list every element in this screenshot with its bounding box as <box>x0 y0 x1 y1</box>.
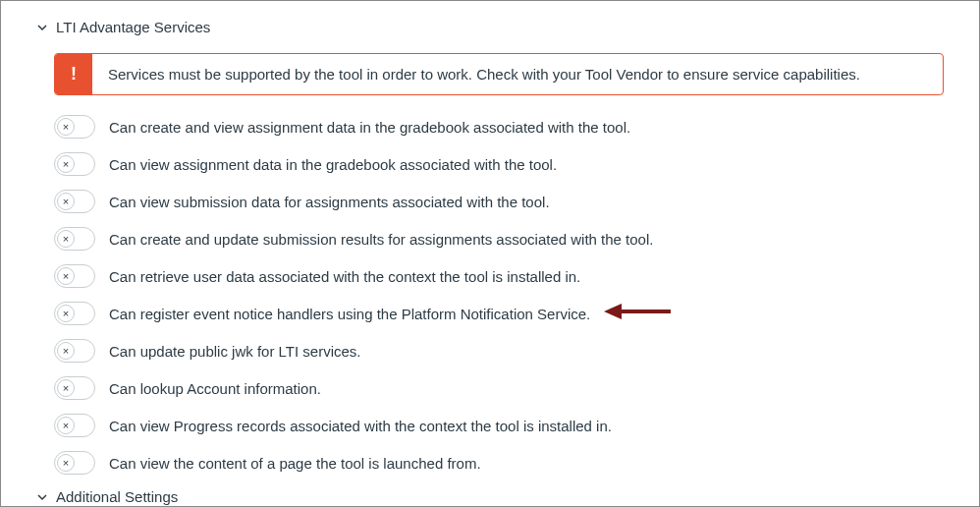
service-list: ×Can create and view assignment data in … <box>54 115 944 475</box>
chevron-down-icon <box>36 491 48 503</box>
service-label: Can view the content of a page the tool … <box>109 455 481 472</box>
service-label: Can retrieve user data associated with t… <box>109 268 580 285</box>
service-label: Can update public jwk for LTI services. <box>109 343 361 360</box>
service-row: ×Can view assignment data in the gradebo… <box>54 152 944 176</box>
service-row: ×Can view Progress records associated wi… <box>54 414 944 437</box>
service-label: Can view submission data for assignments… <box>109 194 550 210</box>
arrow-left-icon <box>604 301 673 326</box>
service-row: ×Can view the content of a page the tool… <box>54 451 944 475</box>
service-label: Can create and view assignment data in t… <box>109 119 630 136</box>
service-row: ×Can view submission data for assignment… <box>54 190 944 213</box>
service-toggle[interactable]: × <box>54 414 95 437</box>
x-icon: × <box>57 379 75 397</box>
service-toggle[interactable]: × <box>54 376 95 400</box>
service-label: Can register event notice handlers using… <box>109 306 590 322</box>
service-label: Can view assignment data in the gradeboo… <box>109 156 557 173</box>
x-icon: × <box>57 230 75 248</box>
section-title-additional: Additional Settings <box>56 488 178 505</box>
x-icon: × <box>57 267 75 285</box>
service-row: ×Can create and view assignment data in … <box>54 115 944 139</box>
service-row: ×Can lookup Account information. <box>54 376 944 400</box>
alert-box: ! Services must be supported by the tool… <box>54 53 944 95</box>
x-icon: × <box>57 155 75 173</box>
section-header-lti[interactable]: LTI Advantage Services <box>36 19 944 35</box>
service-toggle[interactable]: × <box>54 451 95 475</box>
x-icon: × <box>57 342 75 360</box>
service-row: ×Can update public jwk for LTI services. <box>54 339 944 363</box>
svg-marker-1 <box>604 304 622 319</box>
service-toggle[interactable]: × <box>54 264 95 288</box>
service-label: Can lookup Account information. <box>109 380 321 397</box>
x-icon: × <box>57 193 75 210</box>
section-header-additional[interactable]: Additional Settings <box>36 488 944 505</box>
service-toggle[interactable]: × <box>54 227 95 251</box>
x-icon: × <box>57 118 75 136</box>
service-row: ×Can register event notice handlers usin… <box>54 302 944 325</box>
service-toggle[interactable]: × <box>54 190 95 213</box>
chevron-down-icon <box>36 22 48 33</box>
service-toggle[interactable]: × <box>54 339 95 363</box>
alert-text: Services must be supported by the tool i… <box>92 54 876 94</box>
exclamation-icon: ! <box>55 54 92 94</box>
service-toggle[interactable]: × <box>54 302 95 325</box>
x-icon: × <box>57 305 75 322</box>
x-icon: × <box>57 417 75 434</box>
service-row: ×Can retrieve user data associated with … <box>54 264 944 288</box>
service-toggle[interactable]: × <box>54 115 95 139</box>
section-title-lti: LTI Advantage Services <box>56 19 210 35</box>
service-label: Can view Progress records associated wit… <box>109 418 612 434</box>
service-toggle[interactable]: × <box>54 152 95 176</box>
service-row: ×Can create and update submission result… <box>54 227 944 251</box>
x-icon: × <box>57 454 75 472</box>
service-label: Can create and update submission results… <box>109 231 653 248</box>
